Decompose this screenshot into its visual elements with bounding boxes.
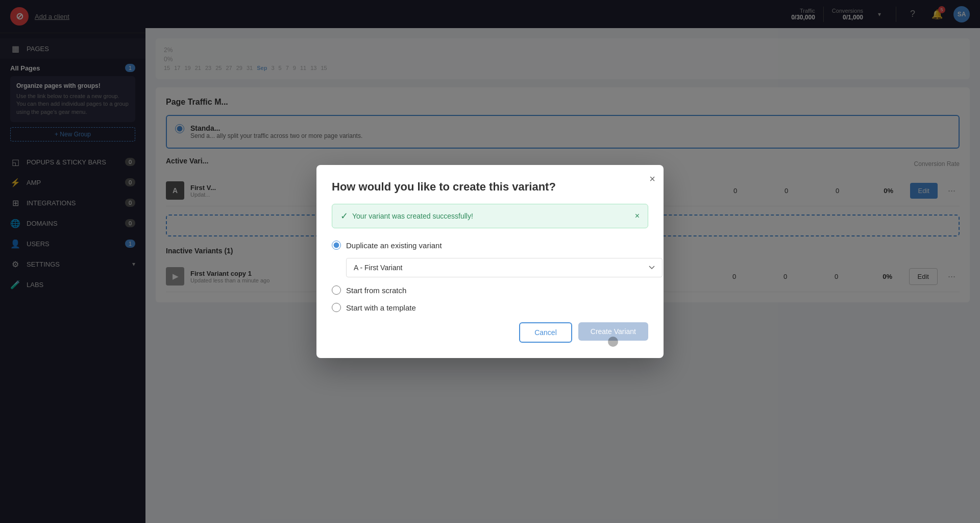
template-label: Start with a template xyxy=(346,303,416,312)
success-banner: ✓ Your variant was created successfully!… xyxy=(332,204,648,228)
success-banner-close[interactable]: × xyxy=(635,211,640,221)
modal-title: How would you like to create this varian… xyxy=(332,180,648,194)
scratch-radio[interactable] xyxy=(332,286,341,295)
modal: × How would you like to create this vari… xyxy=(316,165,664,358)
create-variant-button[interactable]: Create Variant xyxy=(578,322,648,341)
checkmark-icon: ✓ xyxy=(340,210,348,222)
template-option[interactable]: Start with a template xyxy=(332,303,648,312)
duplicate-radio[interactable] xyxy=(332,241,341,250)
duplicate-label: Duplicate an existing variant xyxy=(346,241,442,250)
duplicate-option[interactable]: Duplicate an existing variant xyxy=(332,241,648,250)
scratch-label: Start from scratch xyxy=(346,286,406,295)
success-message: Your variant was created successfully! xyxy=(352,212,473,220)
modal-actions: Cancel Create Variant xyxy=(332,322,648,343)
modal-overlay[interactable]: × How would you like to create this vari… xyxy=(0,0,980,523)
modal-close-button[interactable]: × xyxy=(649,173,655,185)
scratch-option[interactable]: Start from scratch xyxy=(332,286,648,295)
variant-select[interactable]: A - First Variant xyxy=(346,258,663,277)
cancel-button[interactable]: Cancel xyxy=(519,322,572,343)
template-radio[interactable] xyxy=(332,303,341,312)
success-text: ✓ Your variant was created successfully! xyxy=(340,210,473,222)
